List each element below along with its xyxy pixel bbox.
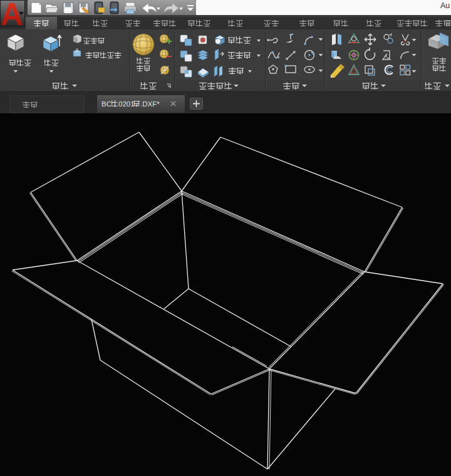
svg-text:BC: BC [101, 100, 111, 108]
svg-text:.DXF*: .DXF* [140, 100, 160, 108]
svg-text:Au: Au [440, 1, 450, 10]
svg-text:A: A [1, 0, 23, 32]
svg-text:0201: 0201 [118, 100, 135, 108]
